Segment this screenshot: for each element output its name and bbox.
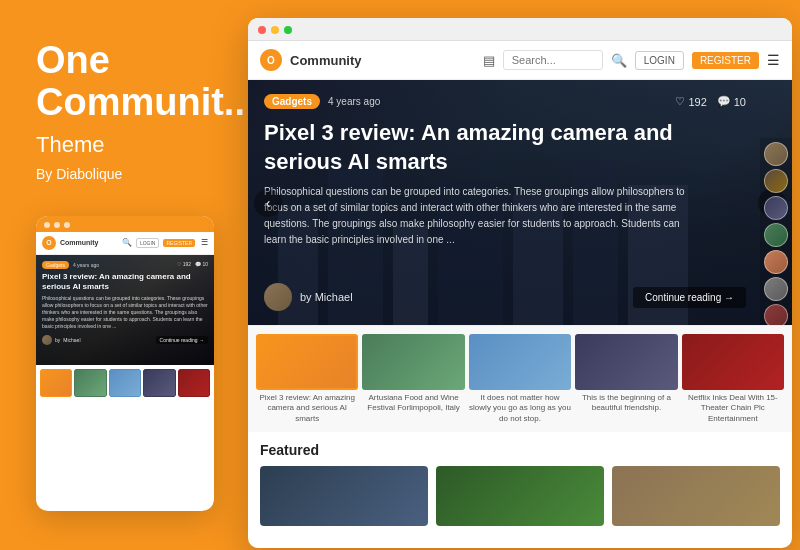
desktop-sidebar-avatars xyxy=(760,138,792,325)
desktop-av-5 xyxy=(764,250,788,274)
featured-card-img-1 xyxy=(260,466,428,526)
hero-body: Philosophical questions can be grouped i… xyxy=(264,184,704,248)
likes-icon: ♡ xyxy=(675,95,685,108)
browser-dot-maximize xyxy=(284,26,292,34)
mobile-hero-body: Philosophical questions can be grouped i… xyxy=(42,295,208,330)
nav-icons: ▤ 🔍 LOGIN REGISTER ☰ xyxy=(483,50,780,70)
logo-circle: O xyxy=(260,49,282,71)
mobile-hamburger-icon[interactable]: ☰ xyxy=(201,238,208,247)
thumb-caption-5: Netflix Inks Deal With 15-Theater Chain … xyxy=(682,393,784,424)
mobile-hero: Gadgets 4 years ago ♡ 192 💬 10 Pixel 3 r… xyxy=(36,255,214,365)
mobile-thumb-3[interactable]: It does not matter how slowly you go as … xyxy=(109,369,141,397)
featured-card-1[interactable] xyxy=(260,466,428,526)
mobile-dot-2 xyxy=(54,222,60,228)
browser-dot-minimize xyxy=(271,26,279,34)
thumb-item-2[interactable]: Artusiana Food and Wine Festival Forlimp… xyxy=(362,334,464,424)
mobile-thumb-5[interactable]: Netflix Inks Deal With 15-Theater Chain … xyxy=(178,369,210,397)
mobile-thumb-2[interactable]: Artusiana Food and Wine Festival Forlimp… xyxy=(74,369,106,397)
hero-likes: ♡ 192 xyxy=(675,95,706,108)
featured-title: Featured xyxy=(260,442,780,458)
app-subtitle: Theme xyxy=(36,132,104,158)
thumb-item-3[interactable]: It does not matter how slowly you go as … xyxy=(469,334,571,424)
thumb-caption-4: This is the beginning of a beautiful fri… xyxy=(575,393,677,414)
featured-section: Featured xyxy=(248,432,792,536)
mobile-login-button[interactable]: LOGIN xyxy=(136,238,160,248)
mobile-hero-time: 4 years ago xyxy=(73,262,99,268)
mobile-navbar: O Community 🔍 LOGIN REGISTER ☰ xyxy=(36,232,214,255)
desktop-av-4 xyxy=(764,223,788,247)
left-panel: One Communit.. Theme By Diabolique O Com… xyxy=(0,0,240,550)
browser-chrome xyxy=(248,18,792,41)
featured-card-2[interactable] xyxy=(436,466,604,526)
featured-card-img-2 xyxy=(436,466,604,526)
thumb-img-4 xyxy=(575,334,677,390)
featured-cards xyxy=(260,466,780,526)
mobile-dots xyxy=(36,216,214,232)
hero-author-avatar xyxy=(264,283,292,311)
gadgets-badge: Gadgets xyxy=(264,94,320,109)
search-input[interactable] xyxy=(503,50,603,70)
thumb-item-5[interactable]: Netflix Inks Deal With 15-Theater Chain … xyxy=(682,334,784,424)
browser-dot-close xyxy=(258,26,266,34)
hero-continue-button[interactable]: Continue reading → xyxy=(633,287,746,308)
desktop-preview: O Community ▤ 🔍 LOGIN REGISTER ☰ Gadgets xyxy=(248,18,792,548)
mobile-hero-stats: ♡ 192 💬 10 xyxy=(177,261,208,267)
mobile-thumb-img-3 xyxy=(109,369,141,397)
mobile-dot-3 xyxy=(64,222,70,228)
hero-overlay: Gadgets 4 years ago ♡ 192 💬 10 Pixel 3 r… xyxy=(248,80,792,325)
thumb-caption-3: It does not matter how slowly you go as … xyxy=(469,393,571,424)
mobile-logo: O xyxy=(42,236,56,250)
mobile-thumb-1[interactable]: Pixel 3 review: An amazing camera and se… xyxy=(40,369,72,397)
mobile-thumb-img-1 xyxy=(40,369,72,397)
login-button[interactable]: LOGIN xyxy=(635,51,684,70)
app-navbar: O Community ▤ 🔍 LOGIN REGISTER ☰ xyxy=(248,41,792,80)
app-by: By Diabolique xyxy=(36,166,122,182)
thumb-img-2 xyxy=(362,334,464,390)
search-icon[interactable]: 🔍 xyxy=(611,53,627,68)
community-label: Community xyxy=(290,53,362,68)
thumb-img-3 xyxy=(469,334,571,390)
comments-icon: 💬 xyxy=(717,95,731,108)
thumb-item-1[interactable]: Pixel 3 review: An amazing camera and se… xyxy=(256,334,358,424)
mobile-thumb-img-5 xyxy=(178,369,210,397)
featured-card-img-3 xyxy=(612,466,780,526)
thumbnails-row: Pixel 3 review: An amazing camera and se… xyxy=(248,325,792,432)
thumb-img-1 xyxy=(256,334,358,390)
thumb-img-5 xyxy=(682,334,784,390)
register-button[interactable]: REGISTER xyxy=(692,52,759,69)
hero-comments: 💬 10 xyxy=(717,95,746,108)
thumb-caption-1: Pixel 3 review: An amazing camera and se… xyxy=(256,393,358,424)
mobile-thumbnails: Pixel 3 review: An amazing camera and se… xyxy=(36,365,214,401)
hamburger-icon[interactable]: ☰ xyxy=(767,52,780,68)
mobile-author-by: by xyxy=(55,337,60,343)
mobile-author-name: Michael xyxy=(63,337,80,343)
likes-count: 192 xyxy=(688,96,706,108)
thumb-item-4[interactable]: This is the beginning of a beautiful fri… xyxy=(575,334,677,424)
desktop-av-6 xyxy=(764,277,788,301)
hero-author-row: by Michael Continue reading → xyxy=(264,271,746,311)
mobile-likes: ♡ 192 xyxy=(177,261,191,267)
hero-author-name: by Michael xyxy=(300,291,353,303)
hero-top-row: Gadgets 4 years ago ♡ 192 💬 10 xyxy=(264,94,746,109)
mobile-continue-button[interactable]: Continue reading → xyxy=(156,336,208,344)
mobile-hero-title: Pixel 3 review: An amazing camera and se… xyxy=(42,272,208,293)
featured-card-3[interactable] xyxy=(612,466,780,526)
mobile-thumb-4[interactable]: This is the beginning of a beautiful fri… xyxy=(143,369,175,397)
list-view-icon[interactable]: ▤ xyxy=(483,53,495,68)
mobile-register-button[interactable]: REGISTER xyxy=(163,239,195,247)
mobile-author-avatar xyxy=(42,335,52,345)
mobile-hero-author-row: by Michael Continue reading → xyxy=(42,335,208,345)
mobile-preview: O Community 🔍 LOGIN REGISTER ☰ Gadgets 4… xyxy=(36,216,214,511)
hero-stats: ♡ 192 💬 10 xyxy=(675,95,746,108)
mobile-gadgets-badge: Gadgets xyxy=(42,261,69,269)
mobile-thumb-img-4 xyxy=(143,369,175,397)
hero-section: Gadgets 4 years ago ♡ 192 💬 10 Pixel 3 r… xyxy=(248,80,792,325)
comments-count: 10 xyxy=(734,96,746,108)
mobile-search-icon: 🔍 xyxy=(122,238,132,247)
desktop-av-1 xyxy=(764,142,788,166)
mobile-dot-1 xyxy=(44,222,50,228)
hero-prev-button[interactable]: ‹ xyxy=(254,189,282,217)
mobile-community-label: Community xyxy=(60,239,118,246)
desktop-av-7 xyxy=(764,304,788,325)
app-title: One Communit.. xyxy=(36,40,245,124)
